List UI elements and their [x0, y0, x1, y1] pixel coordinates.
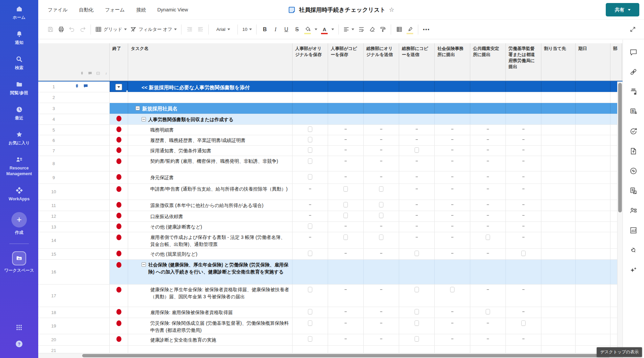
cell-col3-row12[interactable] — [292, 211, 328, 221]
cell-col8-row8[interactable] — [470, 156, 506, 171]
cell-col7-row18[interactable] — [435, 307, 470, 318]
checkbox-unchecked[interactable] — [415, 336, 419, 342]
cell-col9-row4[interactable] — [506, 114, 541, 124]
cell-col8-row1[interactable] — [470, 82, 506, 92]
cell-col8-row16[interactable] — [470, 260, 506, 284]
cell-status-row19[interactable] — [110, 318, 128, 334]
cell-status-row16[interactable] — [110, 260, 128, 284]
cell-status-row4[interactable] — [110, 114, 128, 124]
cell-assigned-row14[interactable] — [541, 232, 576, 248]
cell-col4-row3[interactable] — [328, 103, 364, 114]
summary-icon[interactable] — [630, 226, 638, 235]
cell-status-row14[interactable] — [110, 232, 128, 248]
cell-task-row5[interactable]: 職務明細書 — [128, 125, 292, 135]
export-icon[interactable]: B — [630, 108, 638, 116]
row-gutter-7[interactable]: 7 — [38, 146, 110, 156]
cell-task-row13[interactable]: その他 (健康診断書など) — [128, 222, 292, 232]
cell-col7-row16[interactable] — [435, 260, 470, 284]
cell-col9-row20[interactable] — [506, 334, 541, 345]
cell-task-row1[interactable]: << 新規採用時に必要な人事労務関係書類を添付 — [128, 82, 292, 92]
status-red-ball[interactable] — [116, 158, 121, 164]
italic-button[interactable]: I — [270, 24, 281, 35]
checkbox-unchecked[interactable] — [308, 336, 312, 342]
proofs-icon[interactable] — [630, 187, 638, 195]
cell-col5-row3[interactable] — [364, 103, 399, 114]
row-attachment-icon[interactable] — [74, 84, 79, 90]
cell-col7-row20[interactable] — [435, 334, 470, 345]
cell-duedate-row13[interactable] — [576, 222, 610, 232]
app-launcher-icon[interactable] — [15, 324, 23, 331]
cell-col5-row8[interactable] — [364, 156, 399, 171]
cell-col6-row11[interactable] — [399, 200, 435, 211]
cell-col9-row11[interactable] — [506, 200, 541, 211]
cell-col9-row6[interactable] — [506, 135, 541, 145]
vertical-scrollbar[interactable] — [617, 82, 623, 353]
cell-col6-row9[interactable] — [399, 171, 435, 184]
checkbox-unchecked[interactable] — [308, 174, 312, 180]
sidebar-item-favorites[interactable]: お気に入り — [1, 131, 38, 146]
row-gutter-18[interactable]: 18 — [38, 307, 110, 318]
cell-col5-row20[interactable] — [364, 334, 399, 345]
cell-col3-row13[interactable] — [292, 222, 328, 232]
cell-col7-row5[interactable] — [435, 125, 470, 135]
cell-assigned-row10[interactable] — [541, 184, 576, 200]
checkbox-unchecked[interactable] — [308, 137, 312, 142]
status-red-ball[interactable] — [116, 336, 121, 342]
cell-col7-row13[interactable] — [435, 222, 470, 232]
status-red-ball[interactable] — [116, 147, 121, 153]
cell-status-row7[interactable] — [110, 146, 128, 156]
row-gutter-12[interactable]: 12 — [38, 211, 110, 221]
row-gutter-17[interactable]: 17 — [38, 285, 110, 307]
font-color-dropdown[interactable] — [330, 24, 336, 35]
indent-button[interactable] — [195, 24, 206, 35]
row-gutter-16[interactable]: 16 — [38, 260, 110, 284]
cell-col6-row13[interactable] — [399, 222, 435, 232]
checkbox-unchecked[interactable] — [308, 158, 312, 164]
cell-col6-row20[interactable] — [399, 334, 435, 345]
status-red-ball[interactable] — [116, 202, 121, 208]
cell-status-row2[interactable] — [110, 92, 128, 103]
cell-status-row8[interactable] — [110, 156, 128, 171]
cell-col5-row19[interactable] — [364, 318, 399, 334]
cell-col9-row16[interactable] — [506, 260, 541, 284]
status-red-ball[interactable] — [116, 223, 121, 229]
status-red-ball[interactable] — [116, 174, 121, 180]
cell-task-row19[interactable]: 労災保険: 保険関係成立届 (労働基準監督署)、労働保険概算保険料申告書 (都道… — [128, 318, 292, 334]
row-comment-icon[interactable] — [83, 84, 88, 90]
checkbox-unchecked[interactable] — [415, 147, 419, 153]
cell-assigned-row3[interactable] — [541, 103, 576, 114]
cell-col3-row9[interactable] — [292, 171, 328, 184]
row-gutter-2[interactable]: 2 — [38, 92, 110, 103]
view-switcher[interactable]: グリッド — [94, 24, 128, 35]
undo-button[interactable] — [66, 24, 77, 35]
cell-col5-row11[interactable] — [364, 200, 399, 211]
wrap-text-button[interactable] — [356, 24, 367, 35]
menu-connections[interactable]: 接続 — [136, 7, 146, 13]
bold-button[interactable]: B — [259, 24, 270, 35]
cell-col4-row16[interactable] — [328, 260, 364, 284]
cell-col6-row17[interactable] — [399, 285, 435, 307]
cell-col8-row17[interactable] — [470, 285, 506, 307]
checkbox-unchecked[interactable] — [450, 287, 454, 292]
cell-col5-row12[interactable] — [364, 211, 399, 221]
row-gutter-20[interactable]: 20 — [38, 334, 110, 345]
format-painter-button[interactable] — [377, 24, 388, 35]
cell-col9-row18[interactable] — [506, 307, 541, 318]
cell-assigned-row2[interactable] — [541, 92, 576, 103]
checkbox-unchecked[interactable] — [415, 251, 419, 256]
cell-assigned-row19[interactable] — [541, 318, 576, 334]
redo-button[interactable] — [77, 24, 88, 35]
cell-task-row12[interactable]: 口座振込依頼書 — [128, 211, 292, 221]
cell-status-row12[interactable] — [110, 211, 128, 221]
cell-assigned-row11[interactable] — [541, 200, 576, 211]
cell-task-row11[interactable]: 源泉徴収票 (本年中に他社からの給与所得がある場合) — [128, 200, 292, 211]
checkbox-unchecked[interactable] — [308, 147, 312, 153]
cell-col4-row4[interactable] — [328, 114, 364, 124]
checkbox-unchecked[interactable] — [415, 287, 419, 292]
checkbox-unchecked[interactable] — [343, 186, 348, 192]
cell-task-row6[interactable]: 履歴書、職務経歴書、卒業証明書/成績証明書 — [128, 135, 292, 145]
cell-status-row15[interactable] — [110, 249, 128, 259]
expand-sheet-button[interactable] — [627, 24, 638, 35]
cell-duedate-row14[interactable] — [576, 232, 610, 248]
cell-col4-row7[interactable] — [328, 146, 364, 156]
